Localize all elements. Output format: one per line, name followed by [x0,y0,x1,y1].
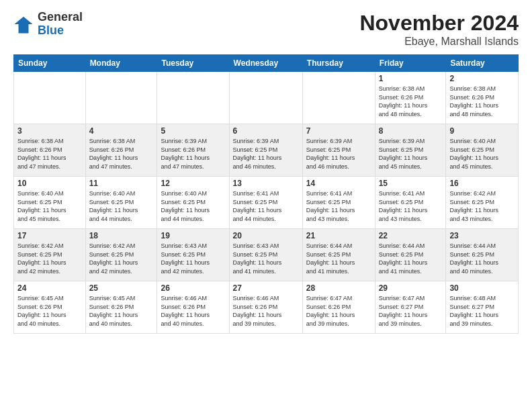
day-info: Sunrise: 6:44 AM Sunset: 6:25 PM Dayligh… [306,242,371,275]
day-number: 25 [89,283,154,293]
calendar-empty [157,72,229,124]
calendar-day-17: 17Sunrise: 6:42 AM Sunset: 6:25 PM Dayli… [14,229,86,281]
weekday-header-friday: Friday [375,55,446,72]
weekday-header-tuesday: Tuesday [157,55,229,72]
day-info: Sunrise: 6:41 AM Sunset: 6:25 PM Dayligh… [233,189,299,223]
day-info: Sunrise: 6:44 AM Sunset: 6:25 PM Dayligh… [379,242,443,275]
day-info: Sunrise: 6:47 AM Sunset: 6:27 PM Dayligh… [379,294,443,328]
calendar-day-11: 11Sunrise: 6:40 AM Sunset: 6:25 PM Dayli… [85,177,157,229]
day-info: Sunrise: 6:46 AM Sunset: 6:26 PM Dayligh… [161,294,225,328]
day-info: Sunrise: 6:42 AM Sunset: 6:25 PM Dayligh… [17,242,82,275]
calendar-week-4: 17Sunrise: 6:42 AM Sunset: 6:25 PM Dayli… [14,229,519,281]
logo-blue: Blue [38,24,83,38]
weekday-header-saturday: Saturday [446,55,519,72]
day-info: Sunrise: 6:42 AM Sunset: 6:25 PM Dayligh… [89,242,154,275]
calendar-day-23: 23Sunrise: 6:44 AM Sunset: 6:25 PM Dayli… [446,229,519,281]
day-number: 28 [306,283,371,293]
calendar-day-19: 19Sunrise: 6:43 AM Sunset: 6:25 PM Dayli… [157,229,229,281]
day-info: Sunrise: 6:43 AM Sunset: 6:25 PM Dayligh… [161,242,225,275]
day-info: Sunrise: 6:38 AM Sunset: 6:26 PM Dayligh… [89,137,154,171]
calendar-day-22: 22Sunrise: 6:44 AM Sunset: 6:25 PM Dayli… [375,229,446,281]
calendar-week-1: 1Sunrise: 6:38 AM Sunset: 6:26 PM Daylig… [14,72,519,124]
calendar-day-25: 25Sunrise: 6:45 AM Sunset: 6:26 PM Dayli… [85,281,157,334]
day-info: Sunrise: 6:47 AM Sunset: 6:26 PM Dayligh… [306,294,371,328]
logo-icon [13,14,34,34]
calendar-day-29: 29Sunrise: 6:47 AM Sunset: 6:27 PM Dayli… [375,281,446,334]
day-info: Sunrise: 6:38 AM Sunset: 6:26 PM Dayligh… [449,85,515,118]
page: General Blue November 2024 Ebaye, Marsha… [0,0,532,340]
calendar-day-13: 13Sunrise: 6:41 AM Sunset: 6:25 PM Dayli… [229,177,302,229]
day-number: 16 [449,179,515,188]
calendar-day-8: 8Sunrise: 6:39 AM Sunset: 6:25 PM Daylig… [375,124,446,177]
day-number: 3 [17,126,82,136]
day-info: Sunrise: 6:41 AM Sunset: 6:25 PM Dayligh… [306,189,371,223]
day-number: 14 [306,179,371,188]
calendar-day-7: 7Sunrise: 6:39 AM Sunset: 6:25 PM Daylig… [302,124,375,177]
day-number: 9 [449,126,515,136]
calendar-day-4: 4Sunrise: 6:38 AM Sunset: 6:26 PM Daylig… [85,124,157,177]
svg-marker-0 [15,17,33,34]
day-number: 6 [233,126,299,136]
header: General Blue November 2024 Ebaye, Marsha… [13,11,519,48]
day-info: Sunrise: 6:40 AM Sunset: 6:25 PM Dayligh… [449,137,515,171]
day-number: 20 [233,231,299,240]
day-number: 12 [161,179,225,188]
calendar-empty [302,72,375,124]
calendar-day-21: 21Sunrise: 6:44 AM Sunset: 6:25 PM Dayli… [302,229,375,281]
calendar-day-15: 15Sunrise: 6:41 AM Sunset: 6:25 PM Dayli… [375,177,446,229]
day-number: 5 [161,126,225,136]
day-number: 8 [379,126,443,136]
calendar-day-14: 14Sunrise: 6:41 AM Sunset: 6:25 PM Dayli… [302,177,375,229]
day-info: Sunrise: 6:38 AM Sunset: 6:26 PM Dayligh… [17,137,82,171]
day-number: 27 [233,283,299,293]
day-info: Sunrise: 6:40 AM Sunset: 6:25 PM Dayligh… [17,189,82,223]
calendar-day-18: 18Sunrise: 6:42 AM Sunset: 6:25 PM Dayli… [85,229,157,281]
calendar-day-2: 2Sunrise: 6:38 AM Sunset: 6:26 PM Daylig… [446,72,519,124]
day-info: Sunrise: 6:45 AM Sunset: 6:26 PM Dayligh… [89,294,154,328]
day-info: Sunrise: 6:45 AM Sunset: 6:26 PM Dayligh… [17,294,82,328]
day-info: Sunrise: 6:48 AM Sunset: 6:27 PM Dayligh… [449,294,515,328]
calendar-day-20: 20Sunrise: 6:43 AM Sunset: 6:25 PM Dayli… [229,229,302,281]
calendar-empty [229,72,302,124]
day-info: Sunrise: 6:42 AM Sunset: 6:25 PM Dayligh… [449,189,515,223]
logo-text: General Blue [38,11,83,38]
day-number: 4 [89,126,154,136]
calendar-title: November 2024 [359,11,519,36]
day-number: 18 [89,231,154,240]
calendar-day-16: 16Sunrise: 6:42 AM Sunset: 6:25 PM Dayli… [446,177,519,229]
calendar-empty [14,72,86,124]
calendar-body: 1Sunrise: 6:38 AM Sunset: 6:26 PM Daylig… [14,72,519,334]
day-info: Sunrise: 6:44 AM Sunset: 6:25 PM Dayligh… [449,242,515,275]
calendar-week-2: 3Sunrise: 6:38 AM Sunset: 6:26 PM Daylig… [14,124,519,177]
calendar-day-9: 9Sunrise: 6:40 AM Sunset: 6:25 PM Daylig… [446,124,519,177]
day-number: 24 [17,283,82,293]
day-number: 11 [89,179,154,188]
day-info: Sunrise: 6:38 AM Sunset: 6:26 PM Dayligh… [379,85,443,118]
title-block: November 2024 Ebaye, Marshall Islands [359,11,519,48]
day-info: Sunrise: 6:39 AM Sunset: 6:25 PM Dayligh… [306,137,371,171]
calendar: SundayMondayTuesdayWednesdayThursdayFrid… [13,54,519,334]
calendar-week-3: 10Sunrise: 6:40 AM Sunset: 6:25 PM Dayli… [14,177,519,229]
day-number: 17 [17,231,82,240]
calendar-day-26: 26Sunrise: 6:46 AM Sunset: 6:26 PM Dayli… [157,281,229,334]
weekday-header-sunday: Sunday [14,55,86,72]
day-number: 10 [17,179,82,188]
day-number: 22 [379,231,443,240]
calendar-day-5: 5Sunrise: 6:39 AM Sunset: 6:26 PM Daylig… [157,124,229,177]
calendar-day-27: 27Sunrise: 6:46 AM Sunset: 6:26 PM Dayli… [229,281,302,334]
calendar-day-10: 10Sunrise: 6:40 AM Sunset: 6:25 PM Dayli… [14,177,86,229]
day-info: Sunrise: 6:43 AM Sunset: 6:25 PM Dayligh… [233,242,299,275]
day-info: Sunrise: 6:39 AM Sunset: 6:26 PM Dayligh… [161,137,225,171]
calendar-day-30: 30Sunrise: 6:48 AM Sunset: 6:27 PM Dayli… [446,281,519,334]
calendar-day-6: 6Sunrise: 6:39 AM Sunset: 6:25 PM Daylig… [229,124,302,177]
day-info: Sunrise: 6:39 AM Sunset: 6:25 PM Dayligh… [233,137,299,171]
calendar-day-28: 28Sunrise: 6:47 AM Sunset: 6:26 PM Dayli… [302,281,375,334]
day-info: Sunrise: 6:39 AM Sunset: 6:25 PM Dayligh… [379,137,443,171]
day-number: 7 [306,126,371,136]
day-info: Sunrise: 6:41 AM Sunset: 6:25 PM Dayligh… [379,189,443,223]
calendar-empty [85,72,157,124]
day-info: Sunrise: 6:46 AM Sunset: 6:26 PM Dayligh… [233,294,299,328]
calendar-day-12: 12Sunrise: 6:40 AM Sunset: 6:25 PM Dayli… [157,177,229,229]
calendar-day-1: 1Sunrise: 6:38 AM Sunset: 6:26 PM Daylig… [375,72,446,124]
day-number: 13 [233,179,299,188]
